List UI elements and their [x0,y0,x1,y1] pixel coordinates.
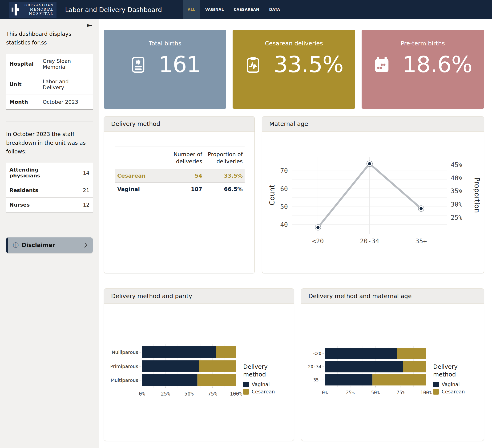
legend-swatch [433,382,439,387]
chart-legend: Delivery method VaginalCesarean [243,363,287,395]
maternal-age-line-chart: 4050607025%30%35%40%45%<2020-3435+CountP… [266,152,480,252]
svg-text:25%: 25% [161,391,170,397]
svg-text:75%: 75% [208,391,217,397]
svg-text:0%: 0% [322,390,328,396]
staff-value: 21 [69,183,93,198]
sidebar-intro-text: This dashboard displays statistics for:s… [6,30,93,47]
divider [6,224,93,224]
info-row: Hospital Grey Sloan Memorial [6,54,93,74]
svg-text:25%: 25% [451,214,462,221]
svg-text:50%: 50% [371,390,380,396]
svg-text:35+: 35+ [313,377,321,382]
info-icon: ⓘ [13,242,19,248]
info-label: Hospital [6,54,41,74]
parity-stacked-bar-chart: NulliparousPrimiparousMultiparous0%25%50… [111,341,238,403]
navbar: GREY+SLOAN MEMORIAL HOSPITAL Labor and D… [0,0,492,19]
legend-swatch [433,389,439,395]
legend-item: Cesarean [243,389,287,395]
svg-text:25%: 25% [346,390,355,396]
svg-text:Primiparous: Primiparous [110,364,138,369]
info-row: Unit Labor and Delivery [6,74,93,95]
tab-vaginal[interactable]: VAGINAL [200,0,229,19]
parity-card: Delivery method and parity NulliparousPr… [104,289,294,441]
tab-data[interactable]: DATA [264,0,285,19]
svg-text:<20: <20 [312,237,324,245]
svg-text:<20: <20 [313,351,321,356]
staff-row: Residents 21 [6,183,93,198]
info-label: Month [6,95,41,110]
card-title: Delivery method and maternal age [301,289,484,304]
chart-legend: Delivery method VaginalCesarean [433,363,477,395]
svg-text:100%: 100% [420,390,432,396]
svg-text:35%: 35% [451,187,462,195]
table-header-row: Number of deliveries Proportion of deliv… [115,147,245,169]
cell-count: 107 [164,182,204,196]
cell-count: 54 [164,169,204,182]
delivery-method-card: Delivery method Number of deliveries Pro… [104,116,255,273]
svg-text:100%: 100% [230,391,242,397]
column-header: Proportion of deliveries [204,147,245,169]
cell-proportion: 66.5% [204,182,245,196]
staff-label: Attending physicians [6,163,69,183]
age-stacked-bar-chart: <2020-3435+0%25%50%75%100% [308,343,429,401]
svg-text:60: 60 [280,185,288,192]
svg-text:Multiparous: Multiparous [111,378,138,383]
info-value: Labor and Delivery [41,74,93,95]
legend-items: VaginalCesarean [243,382,287,395]
value-box-value: 161 [159,53,201,76]
tab-all[interactable]: ALL [183,0,200,19]
staff-value: 12 [69,198,93,212]
value-box-title: Pre-term births [362,40,484,47]
svg-text:35+: 35+ [415,237,427,245]
value-box-value: 33.5% [274,53,343,76]
value-box-preterm: Pre-term births 18.6% [362,30,484,109]
disclaimer-label: Disclaimer [22,242,55,249]
unit-info-table: Hospital Grey Sloan Memorial Unit Labor … [6,54,93,110]
svg-text:Nulliparous: Nulliparous [112,349,138,355]
value-boxes: Total births 161 [104,30,484,109]
clipboard-pulse-icon [244,56,262,73]
maternal-age-card: Maternal age 4050607025%30%35%40%45%<202… [262,116,484,273]
value-box-title: Total births [104,40,226,47]
legend-label: Vaginal [252,382,270,387]
legend-label: Vaginal [442,382,460,387]
staff-label: Nurses [6,198,69,212]
svg-text:45%: 45% [451,161,462,169]
svg-text:Count: Count [268,185,276,205]
staff-intro-text: In October 2023 the staff breakdown in t… [6,130,93,156]
collapse-sidebar-icon[interactable]: ⇤ [87,22,92,29]
delivery-method-table: Number of deliveries Proportion of deliv… [115,147,245,196]
value-box-total-births: Total births 161 [104,30,226,109]
hospital-cross-icon [11,3,22,16]
column-header: Number of deliveries [164,147,204,169]
legend-swatch [243,389,249,395]
divider [6,121,93,121]
hospital-logo: GREY+SLOAN MEMORIAL HOSPITAL [9,2,57,18]
legend-title: Delivery method [243,363,287,378]
staff-row: Attending physicians 14 [6,163,93,183]
tab-caesarean[interactable]: CAESAREAN [229,0,264,19]
chevron-right-icon [84,242,88,248]
calendar-icon [373,56,390,73]
svg-text:30%: 30% [451,200,462,208]
value-box-cesarean: Cesarean deliveries 33.5% [233,30,355,109]
main-content: Total births 161 [99,19,492,448]
svg-text:50: 50 [280,203,288,210]
file-medical-icon [130,56,147,73]
row-label: Cesarean [115,169,164,182]
cell-proportion: 33.5% [204,169,245,182]
legend-item: Cesarean [433,389,477,395]
staff-row: Nurses 12 [6,198,93,212]
card-title: Delivery method [104,117,255,131]
info-label: Unit [6,74,41,95]
svg-text:40: 40 [280,221,288,228]
age-stacked-card: Delivery method and maternal age <2020-3… [301,289,484,441]
legend-title: Delivery method [433,363,477,378]
svg-text:0%: 0% [139,391,145,397]
disclaimer-accordion[interactable]: ⓘ Disclaimer [6,237,93,253]
staff-table: Attending physicians 14 Residents 21 Nur… [6,163,93,212]
legend-item: Vaginal [243,382,287,387]
legend-items: VaginalCesarean [433,382,477,395]
page-title: Labor and Delivery Dashboard [65,6,162,13]
table-row: Cesarean 54 33.5% [115,169,245,182]
